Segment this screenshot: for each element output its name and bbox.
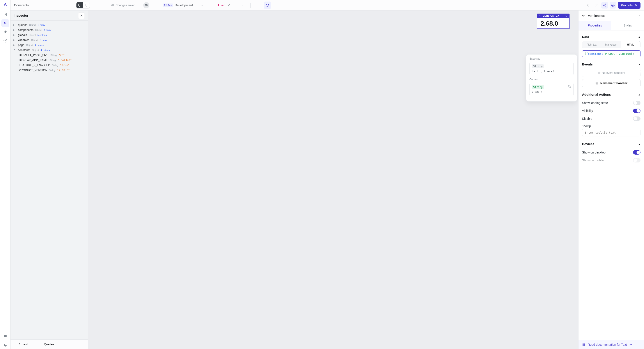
svg-line-7 bbox=[6, 31, 6, 32]
tree-node-queries[interactable]: ▶ queries Object 0 entry bbox=[13, 22, 86, 27]
svg-line-19 bbox=[604, 4, 605, 5]
plus-icon bbox=[595, 81, 599, 85]
inspector-footer: Expand Queries bbox=[10, 339, 88, 349]
value-preview-popup: Expected String Hello, there! Current St… bbox=[526, 54, 577, 102]
user-avatar[interactable]: TD bbox=[143, 2, 150, 8]
inspector-close-button[interactable] bbox=[78, 12, 85, 19]
top-bar: Constants Changes saved TD Env bbox=[10, 0, 644, 10]
tree-node-globals[interactable]: ▶ globals Object 5 entries bbox=[13, 32, 86, 37]
tree-leaf[interactable]: PRODUCT_VERSION String "2.68.0" bbox=[18, 68, 86, 73]
queries-button[interactable]: Queries bbox=[36, 343, 62, 346]
environment-selector[interactable]: Env Development ⌄ bbox=[163, 3, 204, 7]
section-devices[interactable]: Devices▲ bbox=[582, 142, 640, 146]
tooltip-input[interactable] bbox=[582, 129, 640, 136]
expected-type: String bbox=[532, 64, 544, 68]
settings-icon[interactable] bbox=[1, 37, 9, 45]
section-events[interactable]: Events▲ bbox=[582, 62, 640, 66]
chevron-up-icon: ▲ bbox=[638, 93, 640, 96]
device-toggle bbox=[76, 2, 90, 8]
env-badge-icon: Env bbox=[163, 3, 173, 7]
version-badge-icon: ver bbox=[217, 4, 224, 7]
loading-toggle[interactable] bbox=[633, 101, 640, 105]
expand-button[interactable]: Expand bbox=[10, 343, 36, 346]
chevron-right-icon: ▶ bbox=[13, 24, 16, 26]
row-show-desktop: Show on desktop bbox=[582, 148, 640, 156]
row-visibility: Visibility bbox=[582, 107, 640, 115]
chevron-down-icon: ⌄ bbox=[201, 3, 204, 7]
left-nav-rail bbox=[0, 0, 10, 349]
tree-leaf[interactable]: DEFAULT_PAGE_SIZE String "20" bbox=[18, 52, 86, 57]
chevron-up-icon: ▲ bbox=[638, 35, 640, 38]
format-markdown[interactable]: Markdown bbox=[602, 41, 621, 48]
save-status: Changes saved bbox=[111, 3, 135, 7]
pages-icon[interactable] bbox=[1, 10, 9, 18]
tree-node-page[interactable]: ▶ page Object 4 entries bbox=[13, 42, 86, 47]
tab-properties[interactable]: Properties bbox=[578, 21, 611, 30]
svg-rect-12 bbox=[164, 4, 165, 5]
chevron-up-icon: ▲ bbox=[638, 63, 640, 66]
expected-value: Hello, there! bbox=[532, 70, 571, 73]
section-additional[interactable]: Additional Actions▲ bbox=[582, 93, 640, 96]
current-value: 2.68.0 bbox=[532, 90, 571, 94]
more-menu-icon[interactable]: ⋮ bbox=[638, 14, 641, 17]
app-logo[interactable] bbox=[2, 2, 8, 8]
show-mobile-toggle[interactable] bbox=[633, 158, 640, 162]
tree-node-variables[interactable]: ▶ variables Object 0 entry bbox=[13, 37, 86, 42]
documentation-link[interactable]: Read documentation for Text bbox=[578, 340, 644, 349]
redo-button[interactable] bbox=[593, 2, 600, 8]
copy-icon[interactable] bbox=[568, 85, 572, 89]
row-tooltip-label: Tooltip bbox=[582, 123, 640, 128]
no-event-handlers: No event handlers bbox=[582, 69, 640, 77]
theme-icon[interactable] bbox=[1, 341, 9, 349]
expected-box: String Hello, there! bbox=[530, 62, 574, 75]
svg-point-27 bbox=[598, 72, 600, 74]
svg-point-8 bbox=[4, 40, 6, 41]
chevron-down-icon: ▶ bbox=[14, 49, 16, 52]
section-data[interactable]: Data▲ bbox=[582, 35, 640, 38]
new-event-handler-button[interactable]: New event handler bbox=[582, 79, 640, 87]
data-expression-input[interactable]: {{constants.PRODUCT_VERSION}} bbox=[582, 50, 640, 57]
tree-leaf[interactable]: DISPLAY_APP_NAME String "ToolJet" bbox=[18, 57, 86, 63]
chevron-right-icon: ▶ bbox=[13, 44, 16, 46]
back-button[interactable] bbox=[582, 14, 586, 18]
selected-component[interactable]: VERSIONTEXT | 2.68.0 bbox=[537, 13, 570, 29]
svg-line-6 bbox=[4, 31, 4, 32]
tab-styles[interactable]: Styles bbox=[611, 21, 644, 30]
inspector-title: Inspector bbox=[14, 13, 28, 17]
cursor-icon[interactable] bbox=[1, 19, 9, 27]
mobile-view-button[interactable] bbox=[83, 2, 90, 8]
environment-name: Development bbox=[175, 3, 193, 7]
tree-leaf[interactable]: FEATURE_X_ENABLED String "true" bbox=[18, 63, 86, 68]
desktop-view-button[interactable] bbox=[76, 2, 83, 8]
refresh-button[interactable] bbox=[264, 1, 271, 9]
version-selector[interactable]: ver v1 ⌄ bbox=[217, 3, 244, 7]
row-disable: Disable bbox=[582, 115, 640, 123]
properties-panel: versionText ⋮ Properties Styles Data▲ Pl… bbox=[578, 10, 644, 349]
preview-button[interactable] bbox=[610, 2, 616, 8]
svg-rect-15 bbox=[166, 5, 166, 6]
debug-icon[interactable] bbox=[1, 28, 9, 36]
format-html[interactable]: HTML bbox=[621, 41, 640, 48]
component-name: versionText bbox=[588, 14, 605, 17]
undo-button[interactable] bbox=[585, 2, 591, 8]
canvas[interactable]: VERSIONTEXT | 2.68.0 Expected String Hel… bbox=[88, 10, 578, 349]
tree-node-components[interactable]: ▶ components Object 1 entry bbox=[13, 27, 86, 32]
component-name-label: VERSIONTEXT bbox=[542, 14, 561, 17]
svg-point-17 bbox=[603, 5, 604, 6]
chevron-right-icon: ▶ bbox=[13, 34, 16, 36]
arrow-right-icon bbox=[629, 343, 632, 346]
tree-node-constants[interactable]: ▶ constants Object 4 entries bbox=[13, 47, 86, 52]
promote-button[interactable]: Promote bbox=[618, 2, 640, 9]
share-button[interactable] bbox=[601, 2, 608, 8]
disable-toggle[interactable] bbox=[633, 116, 640, 121]
visibility-toggle[interactable] bbox=[633, 109, 640, 113]
show-desktop-toggle[interactable] bbox=[633, 150, 640, 155]
chevron-right-icon: ▶ bbox=[13, 39, 16, 41]
row-show-mobile: Show on mobile bbox=[582, 156, 640, 162]
format-plain[interactable]: Plain text bbox=[582, 41, 602, 48]
chevron-up-icon: ▲ bbox=[638, 143, 640, 145]
expected-label: Expected bbox=[530, 57, 574, 60]
chat-icon[interactable] bbox=[1, 332, 9, 340]
trash-icon[interactable] bbox=[565, 14, 568, 17]
svg-point-16 bbox=[605, 4, 606, 4]
